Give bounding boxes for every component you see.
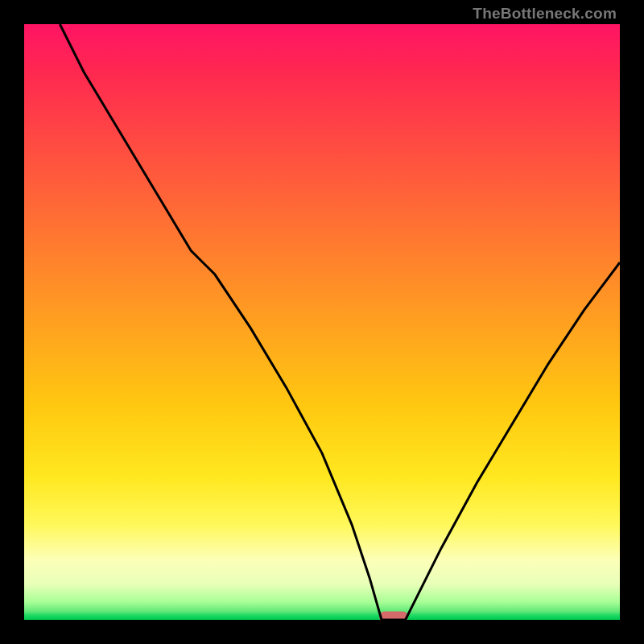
chart-frame: TheBottleneck.com [0, 0, 644, 644]
curve-path [60, 24, 620, 620]
watermark-text: TheBottleneck.com [473, 5, 617, 23]
plot-area [24, 24, 620, 620]
bottleneck-curve [24, 24, 620, 620]
